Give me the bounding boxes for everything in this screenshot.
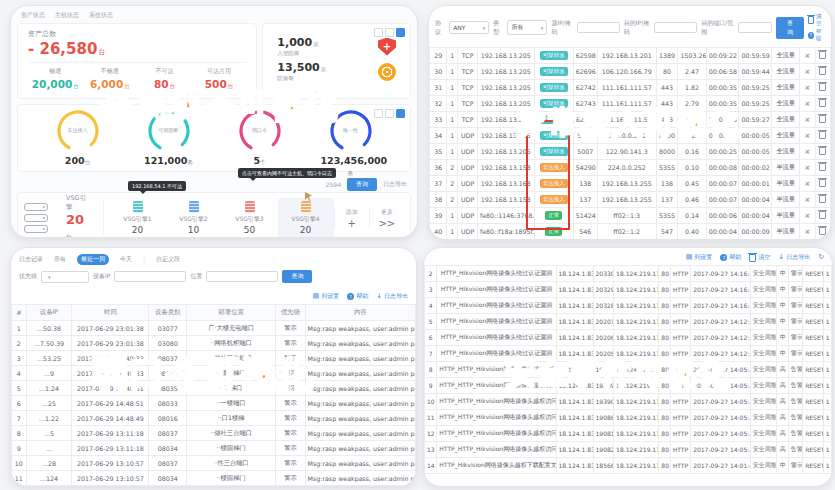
vsg-card: VSG引擎 20台 VSG引擎120VSG引擎210VSG引擎350VSG引擎4… xyxy=(17,192,411,238)
weak-password-row: 5…1.242017-06-29 14:48:5108035··楼梯口警示Msg… xyxy=(12,381,416,396)
close-icon[interactable]: × xyxy=(805,52,811,60)
close-icon[interactable]: × xyxy=(805,84,811,92)
engine-icon xyxy=(133,201,143,213)
trash-icon[interactable] xyxy=(819,179,826,187)
close-icon[interactable]: × xyxy=(805,68,811,76)
vsg-engine[interactable]: VSG引擎420 xyxy=(278,198,334,238)
close-icon[interactable]: × xyxy=(805,100,811,108)
close-icon[interactable]: × xyxy=(805,164,811,172)
add-engine-button[interactable]: 添加 + xyxy=(334,208,369,229)
weak-password-row: 3…53.252017-06-29 14:49:3308037··做社三台端口警… xyxy=(12,351,416,366)
trash-icon[interactable] xyxy=(819,99,826,107)
column-settings-icon: ▤ xyxy=(686,254,693,261)
device-ip-label: 设备IP xyxy=(93,272,110,281)
server-icons xyxy=(24,203,48,233)
vsg-engine[interactable]: VSG引擎210 xyxy=(166,198,222,238)
security-event-row: 11HTTP_HTTP_Hikvision网络摄像头越权访问漏洞118.124.… xyxy=(425,410,832,426)
close-icon[interactable]: × xyxy=(805,196,811,204)
defense-item: 13,500次防病毒 xyxy=(269,59,404,84)
location-input[interactable] xyxy=(206,271,278,282)
clear-button[interactable]: 清空 xyxy=(749,253,770,262)
log-export-button[interactable]: ↓日志导出 xyxy=(778,253,810,262)
status-badge: 非法接入 xyxy=(540,195,568,204)
range-toggle-group[interactable] xyxy=(374,28,405,37)
proto-select[interactable]: ANY xyxy=(449,21,489,34)
panel-weak-password: 日志记录 所有 最近一周 今天 | 自定义段 优先级 设备IP 位置 查询 ▤列… xyxy=(10,247,417,487)
chevrons-right-icon: >> xyxy=(370,218,404,229)
help-button[interactable]: ?帮助 xyxy=(808,28,825,42)
top-tabs: 资产状态 主机状态 系统状态 xyxy=(17,10,411,23)
dst-port-label: 目的端口/范围 xyxy=(701,19,733,37)
status-badge: 可疑转发 xyxy=(540,131,568,140)
trash-icon[interactable] xyxy=(819,83,826,91)
more-button[interactable]: 更多 >> xyxy=(369,208,404,229)
vsg-engine[interactable]: VSG引擎120 xyxy=(110,198,166,238)
server-icon xyxy=(24,214,48,222)
trash-icon[interactable] xyxy=(819,115,826,123)
log-export-link[interactable]: 日志导出 xyxy=(383,180,407,189)
search-button[interactable]: 查询 xyxy=(776,17,804,39)
dst-ip-input[interactable] xyxy=(654,22,697,33)
vsg-total: VSG引擎 20台 xyxy=(66,194,87,238)
clear-button[interactable]: 清空 xyxy=(808,13,825,27)
weak-password-row: 6…252017-06-29 14:48:5108033··一楼端口警示Msg:… xyxy=(12,396,416,411)
help-button[interactable]: ?帮助 xyxy=(347,292,368,301)
donut-stat: 可疑阻断121,000条 xyxy=(139,108,199,177)
tab-asset-status[interactable]: 资产状态 xyxy=(21,11,45,20)
priority-label: 优先级 xyxy=(19,272,37,281)
tab-system-status[interactable]: 系统状态 xyxy=(89,11,113,20)
engine-row: VSG引擎120VSG引擎210VSG引擎350VSG引擎420 xyxy=(110,198,334,238)
asset-stat: 畅通20,000台 xyxy=(28,63,83,90)
search-button[interactable]: 查询 xyxy=(282,270,312,283)
close-icon[interactable]: × xyxy=(805,132,811,140)
column-settings-button[interactable]: ▤列设置 xyxy=(313,292,340,301)
close-icon[interactable]: × xyxy=(805,212,811,220)
dst-port-input[interactable] xyxy=(738,22,772,33)
column-settings-button[interactable]: ▤列设置 xyxy=(686,253,713,262)
vsg-query-button[interactable]: 查询 xyxy=(347,178,377,191)
src-ip-label: 源IP/掩码 xyxy=(551,19,573,37)
column-header: # xyxy=(12,305,27,321)
range-tab-all[interactable]: 所有 xyxy=(50,254,70,265)
security-event-table: 2HTTP_Hikvision网络摄像头绕过认证漏洞18.124.1.83203… xyxy=(424,265,832,474)
asset-stat: 不可达80台 xyxy=(137,63,192,90)
device-ip-input[interactable] xyxy=(114,271,186,282)
close-icon[interactable]: × xyxy=(805,116,811,124)
range-tab-today[interactable]: 今天 xyxy=(116,254,136,265)
vsg-engine[interactable]: VSG引擎350 xyxy=(222,198,278,238)
trash-icon[interactable] xyxy=(819,51,826,59)
src-ip-input[interactable] xyxy=(577,22,620,33)
close-icon[interactable]: × xyxy=(805,180,811,188)
range-tab-custom[interactable]: 自定义段 xyxy=(152,254,184,265)
trash-icon[interactable] xyxy=(819,227,826,235)
priority-select[interactable] xyxy=(41,271,89,283)
range-tab-week[interactable]: 最近一周 xyxy=(77,254,109,265)
weak-password-row: 4…92017-06-29 14:49:3308034··楼圆梯门警示Msg:r… xyxy=(12,366,416,381)
trash-icon xyxy=(749,254,756,262)
flow-row: 382UDP192.168.13.158非法接入137192.168.13.25… xyxy=(430,192,831,208)
weak-password-table: #设备IP时间设备类别部署位置优先级内容 1…50.382017-06-29 2… xyxy=(11,304,416,487)
trash-icon[interactable] xyxy=(819,211,826,219)
trash-icon[interactable] xyxy=(819,163,826,171)
security-event-row: 5HTTP_Hikvision网络摄像头绕过认证漏洞18.124.1.83202… xyxy=(425,314,832,330)
refresh-icon[interactable]: ↻ xyxy=(818,254,824,261)
asset-total-value: - 26,580台 xyxy=(28,40,246,58)
trash-icon[interactable] xyxy=(819,67,826,75)
weak-password-row: 11…1242017-06-29 13:10:5708034··楼圆梯门警示Ms… xyxy=(12,471,416,486)
type-select[interactable]: 所有 xyxy=(507,20,547,35)
flow-table-body: 291TCP192.168.13.205可疑转发62598192.168.13.… xyxy=(430,48,831,241)
log-export-button[interactable]: ↓日志导出 xyxy=(376,292,408,301)
trash-icon[interactable] xyxy=(819,131,826,139)
help-button[interactable]: ?帮助 xyxy=(720,253,741,262)
server-icon xyxy=(24,225,48,233)
close-icon[interactable]: × xyxy=(805,148,811,156)
trash-icon[interactable] xyxy=(819,147,826,155)
trash-icon[interactable] xyxy=(819,195,826,203)
defense-item: 1,000次入侵防御+ xyxy=(269,34,404,59)
weak-password-row: 1…50.382017-06-29 23:01:3803077广·大楼充电端口警… xyxy=(12,321,416,336)
tab-host-status[interactable]: 主机状态 xyxy=(55,11,79,20)
close-icon[interactable]: × xyxy=(805,228,811,236)
column-header: 时间 xyxy=(72,305,149,321)
security-event-row: 14HTTP_Hikvision网络摄像头越权下载配置文件漏洞18.124.1.… xyxy=(425,458,832,474)
weak-table-head: #设备IP时间设备类别部署位置优先级内容 xyxy=(12,305,416,321)
